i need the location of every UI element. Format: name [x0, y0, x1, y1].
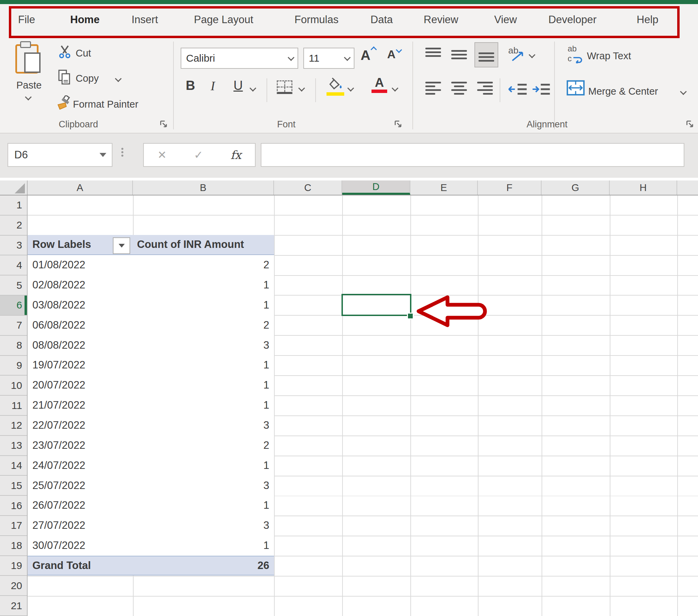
tab-formulas[interactable]: Formulas: [294, 14, 338, 26]
column-header-d[interactable]: D: [342, 181, 410, 195]
fill-color-dropdown-chevron[interactable]: [348, 86, 353, 92]
pivot-grand-total-row[interactable]: Grand Total 26: [28, 556, 274, 576]
cancel-icon[interactable]: ✕: [157, 148, 167, 161]
tab-home[interactable]: Home: [70, 14, 99, 26]
pivot-count-cell[interactable]: 2: [263, 259, 269, 271]
pivot-count-cell[interactable]: 1: [263, 539, 269, 551]
decrease-indent-button[interactable]: [508, 82, 528, 98]
column-header-f[interactable]: F: [478, 181, 542, 195]
pivot-row[interactable]: 19/07/20221: [28, 355, 274, 375]
pivot-count-cell[interactable]: 2: [263, 439, 269, 452]
row-header-10[interactable]: 10: [0, 376, 27, 396]
decrease-font-size-button[interactable]: A: [387, 48, 400, 60]
pivot-count-cell[interactable]: 1: [263, 359, 269, 371]
row-header-1[interactable]: 1: [0, 196, 27, 216]
formula-bar-drag-dots[interactable]: [121, 146, 123, 158]
tab-view[interactable]: View: [494, 14, 517, 26]
enter-icon[interactable]: ✓: [194, 148, 203, 161]
tab-developer[interactable]: Developer: [548, 14, 597, 26]
merge-center-label[interactable]: Merge & Center: [588, 86, 658, 97]
selected-cell-d6[interactable]: [341, 294, 411, 316]
clipboard-dialog-launcher[interactable]: [159, 120, 170, 130]
pivot-date-cell[interactable]: 20/07/2022: [28, 379, 85, 391]
pivot-row[interactable]: 20/07/20221: [28, 375, 274, 395]
row-header-9[interactable]: 9: [0, 356, 27, 376]
font-size-combo[interactable]: 11: [303, 48, 354, 69]
pivot-date-cell[interactable]: 21/07/2022: [28, 399, 85, 411]
pivot-date-cell[interactable]: 30/07/2022: [28, 539, 85, 551]
row-header-16[interactable]: 16: [0, 496, 27, 516]
format-painter-icon[interactable]: [55, 95, 71, 112]
formula-input[interactable]: [261, 143, 684, 167]
pivot-count-cell[interactable]: 1: [263, 459, 269, 472]
pivot-count-cell[interactable]: 1: [263, 279, 269, 291]
row-header-14[interactable]: 14: [0, 456, 27, 476]
wrap-text-label[interactable]: Wrap Text: [587, 51, 631, 62]
row-header-19[interactable]: 19: [0, 556, 27, 576]
insert-function-icon[interactable]: fx: [231, 148, 241, 162]
pivot-count-cell[interactable]: 1: [263, 399, 269, 411]
pivot-row[interactable]: 08/08/20223: [28, 335, 274, 355]
align-center-button[interactable]: [451, 82, 467, 95]
pivot-row[interactable]: 02/08/20221: [28, 275, 274, 295]
column-header-g[interactable]: G: [542, 181, 610, 195]
row-header-2[interactable]: 2: [0, 216, 27, 235]
tab-data[interactable]: Data: [371, 14, 393, 26]
align-right-button[interactable]: [477, 82, 493, 95]
column-header-h[interactable]: H: [610, 181, 677, 195]
font-color-dropdown-chevron[interactable]: [393, 86, 397, 92]
select-all-corner[interactable]: [0, 181, 28, 195]
copy-icon[interactable]: [57, 70, 72, 86]
pivot-row[interactable]: 24/07/20221: [28, 455, 274, 475]
pivot-date-cell[interactable]: 27/07/2022: [28, 519, 85, 532]
pivot-count-cell[interactable]: 1: [263, 499, 269, 512]
pivot-values-header[interactable]: Count of INR Amount: [137, 238, 244, 250]
row-header-13[interactable]: 13: [0, 436, 27, 456]
column-header-a[interactable]: A: [28, 181, 133, 195]
row-header-5[interactable]: 5: [0, 275, 27, 296]
paste-label[interactable]: Paste: [14, 80, 44, 91]
tab-help[interactable]: Help: [637, 14, 658, 26]
row-header-17[interactable]: 17: [0, 516, 27, 536]
borders-button[interactable]: [277, 80, 292, 94]
pivot-row[interactable]: 03/08/20221: [28, 295, 274, 315]
pivot-date-cell[interactable]: 23/07/2022: [28, 439, 85, 452]
name-box[interactable]: D6: [8, 143, 112, 167]
font-dialog-launcher[interactable]: [394, 120, 404, 130]
pivot-count-cell[interactable]: 3: [263, 419, 269, 431]
align-left-button[interactable]: [425, 82, 441, 95]
wrap-text-icon[interactable]: abc: [567, 44, 584, 65]
pivot-count-cell[interactable]: 3: [263, 479, 269, 492]
row-header-15[interactable]: 15: [0, 476, 27, 496]
fill-color-button[interactable]: [326, 77, 344, 96]
pivot-date-cell[interactable]: 24/07/2022: [28, 459, 85, 472]
align-middle-button[interactable]: [451, 48, 467, 61]
paste-button[interactable]: [15, 44, 39, 74]
copy-dropdown-chevron[interactable]: [116, 76, 121, 82]
pivot-row[interactable]: 06/08/20222: [28, 315, 274, 335]
pivot-date-cell[interactable]: 02/08/2022: [28, 279, 85, 291]
column-header-c[interactable]: C: [274, 181, 342, 195]
row-header-21[interactable]: 21: [0, 596, 27, 616]
pivot-date-cell[interactable]: 25/07/2022: [28, 479, 85, 492]
pivot-row[interactable]: 23/07/20222: [28, 435, 274, 455]
row-header-11[interactable]: 11: [0, 396, 27, 416]
borders-dropdown-chevron[interactable]: [299, 86, 304, 92]
format-painter-label[interactable]: Format Painter: [73, 99, 138, 110]
cut-label[interactable]: Cut: [76, 48, 91, 59]
pivot-date-cell[interactable]: 22/07/2022: [28, 419, 85, 431]
pivot-count-cell[interactable]: 3: [263, 339, 269, 352]
filter-dropdown-button[interactable]: [113, 237, 130, 254]
pivot-count-cell[interactable]: 3: [263, 519, 269, 532]
italic-button[interactable]: I: [211, 78, 215, 93]
merge-center-dropdown-chevron[interactable]: [681, 89, 686, 95]
alignment-dialog-launcher[interactable]: [686, 120, 696, 130]
align-top-button[interactable]: [425, 48, 441, 61]
row-header-8[interactable]: 8: [0, 336, 27, 356]
pivot-date-cell[interactable]: 06/08/2022: [28, 319, 85, 331]
font-name-combo[interactable]: Calibri: [181, 48, 298, 69]
underline-button[interactable]: U: [234, 78, 243, 93]
fill-handle[interactable]: [407, 313, 414, 319]
name-box-dropdown-icon[interactable]: [99, 153, 106, 157]
tab-file[interactable]: File: [18, 14, 35, 26]
